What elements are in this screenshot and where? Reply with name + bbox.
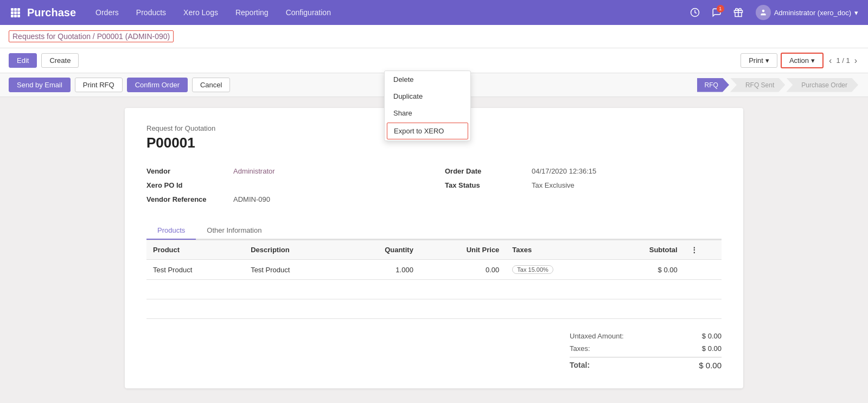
form-row-xero-po: Xero PO Id <box>146 178 423 193</box>
svg-rect-0 <box>11 8 14 11</box>
action-dropdown-menu: Delete Duplicate Share Export to XERO <box>384 71 471 141</box>
chat-icon[interactable]: 1 <box>708 4 725 21</box>
pager-next[interactable]: › <box>852 55 859 67</box>
totals-section: Untaxed Amount: $ 0.00 Taxes: $ 0.00 Tot… <box>146 330 722 372</box>
nav-menu: Orders Products Xero Logs Reporting Conf… <box>87 0 686 25</box>
toolbar: Edit Create Print ▾ Action ▾ ‹ 1 / 1 › <box>0 48 868 73</box>
col-product: Product <box>146 240 244 260</box>
send-email-button[interactable]: Send by Email <box>9 78 71 92</box>
tab-other-info[interactable]: Other Information <box>196 222 272 240</box>
col-taxes: Taxes <box>506 240 607 260</box>
cancel-button[interactable]: Cancel <box>192 78 230 92</box>
tax-status-value: Tax Exclusive <box>532 181 575 189</box>
svg-rect-4 <box>14 11 17 14</box>
cell-product: Test Product <box>146 260 244 280</box>
user-dropdown-icon: ▾ <box>854 9 858 17</box>
total-label: Total: <box>570 361 590 370</box>
form-left: Vendor Administrator Xero PO Id Vendor R… <box>146 164 423 207</box>
nav-orders[interactable]: Orders <box>87 0 127 25</box>
create-button[interactable]: Create <box>41 53 79 68</box>
document-card: Request for Quotation P00001 Vendor Admi… <box>125 108 743 388</box>
breadcrumb[interactable]: Requests for Quotation / P00001 (ADMIN-0… <box>9 30 174 42</box>
user-menu[interactable]: Administrator (xero_doc) ▾ <box>751 5 863 20</box>
print-rfq-button[interactable]: Print RFQ <box>75 78 123 92</box>
gift-icon[interactable] <box>730 4 747 21</box>
top-nav: Purchase Orders Products Xero Logs Repor… <box>0 0 868 25</box>
dropdown-delete[interactable]: Delete <box>385 71 470 88</box>
empty-row-1 <box>146 280 722 299</box>
app-brand: Purchase <box>27 7 76 19</box>
form-grid: Vendor Administrator Xero PO Id Vendor R… <box>146 164 722 207</box>
taxes-row: Taxes: $ 0.00 <box>570 342 722 355</box>
pager-prev[interactable]: ‹ <box>827 55 834 67</box>
form-row-order-date: Order Date 04/17/2020 12:36:15 <box>445 164 722 178</box>
nav-reporting[interactable]: Reporting <box>227 0 277 25</box>
user-name: Administrator (xero_doc) <box>774 9 851 17</box>
user-avatar <box>756 5 771 20</box>
untaxed-value: $ 0.00 <box>702 332 722 340</box>
svg-rect-6 <box>11 15 14 17</box>
dropdown-share[interactable]: Share <box>385 105 470 121</box>
chat-badge: 1 <box>717 5 724 12</box>
cell-quantity: 1.000 <box>342 260 420 280</box>
untaxed-row: Untaxed Amount: $ 0.00 <box>570 330 722 342</box>
empty-row-2 <box>146 299 722 319</box>
cell-unit-price: 0.00 <box>420 260 506 280</box>
vendor-ref-value: ADMIN-090 <box>233 195 270 203</box>
form-row-vendor-ref: Vendor Reference ADMIN-090 <box>146 193 423 207</box>
form-right: Order Date 04/17/2020 12:36:15 Tax Statu… <box>445 164 722 207</box>
col-settings-icon[interactable]: ⋮ <box>684 240 722 260</box>
taxes-value: $ 0.00 <box>702 344 722 353</box>
cell-taxes: Tax 15.00% <box>506 260 607 280</box>
confirm-order-button[interactable]: Confirm Order <box>127 78 188 92</box>
tabs: Products Other Information <box>146 222 722 240</box>
dropdown-export-xero[interactable]: Export to XERO <box>387 123 468 139</box>
col-subtotal: Subtotal <box>607 240 684 260</box>
products-table: Product Description Quantity Unit Price … <box>146 240 722 319</box>
order-date-value: 04/17/2020 12:36:15 <box>532 167 596 175</box>
clock-icon[interactable] <box>686 4 704 21</box>
vendor-value[interactable]: Administrator <box>233 167 275 175</box>
col-unit-price: Unit Price <box>420 240 506 260</box>
total-row: Total: $ 0.00 <box>570 357 722 372</box>
status-rfq-sent[interactable]: RFQ Sent <box>730 78 785 92</box>
print-button[interactable]: Print ▾ <box>741 53 777 68</box>
taxes-label: Taxes: <box>570 344 590 353</box>
apps-menu-icon[interactable] <box>5 3 25 22</box>
svg-rect-7 <box>14 15 17 17</box>
action-dropdown-icon: ▾ <box>811 56 815 65</box>
toolbar-right: Print ▾ Action ▾ ‹ 1 / 1 › <box>741 53 859 68</box>
nav-products[interactable]: Products <box>127 0 175 25</box>
cell-subtotal: $ 0.00 <box>607 260 684 280</box>
form-row-vendor: Vendor Administrator <box>146 164 423 178</box>
col-description: Description <box>244 240 342 260</box>
status-pipeline: RFQ RFQ Sent Purchase Order <box>697 78 859 92</box>
col-quantity: Quantity <box>342 240 420 260</box>
edit-button[interactable]: Edit <box>9 53 37 68</box>
nav-icons: 1 Administrator (xero_doc) ▾ <box>686 4 863 21</box>
pager: ‹ 1 / 1 › <box>827 55 859 67</box>
svg-rect-8 <box>17 15 20 17</box>
cell-settings <box>684 260 722 280</box>
nav-xero-logs[interactable]: Xero Logs <box>175 0 227 25</box>
svg-rect-1 <box>14 8 17 11</box>
total-value: $ 0.00 <box>699 361 722 370</box>
untaxed-label: Untaxed Amount: <box>570 332 624 340</box>
cell-description: Test Product <box>244 260 342 280</box>
status-rfq[interactable]: RFQ <box>697 78 729 92</box>
tab-products[interactable]: Products <box>146 222 196 240</box>
status-purchase-order[interactable]: Purchase Order <box>786 78 858 92</box>
svg-rect-5 <box>17 11 20 14</box>
svg-point-12 <box>762 10 764 12</box>
table-header-row: Product Description Quantity Unit Price … <box>146 240 722 260</box>
breadcrumb-bar: Requests for Quotation / P00001 (ADMIN-0… <box>0 25 868 48</box>
table-row: Test Product Test Product 1.000 0.00 Tax… <box>146 260 722 280</box>
nav-configuration[interactable]: Configuration <box>277 0 340 25</box>
svg-rect-2 <box>17 8 20 11</box>
tax-badge: Tax 15.00% <box>512 265 553 274</box>
svg-rect-3 <box>11 11 14 14</box>
print-dropdown-icon: ▾ <box>765 56 769 65</box>
action-button[interactable]: Action ▾ <box>781 53 824 68</box>
form-row-tax-status: Tax Status Tax Exclusive <box>445 178 722 193</box>
dropdown-duplicate[interactable]: Duplicate <box>385 88 470 105</box>
